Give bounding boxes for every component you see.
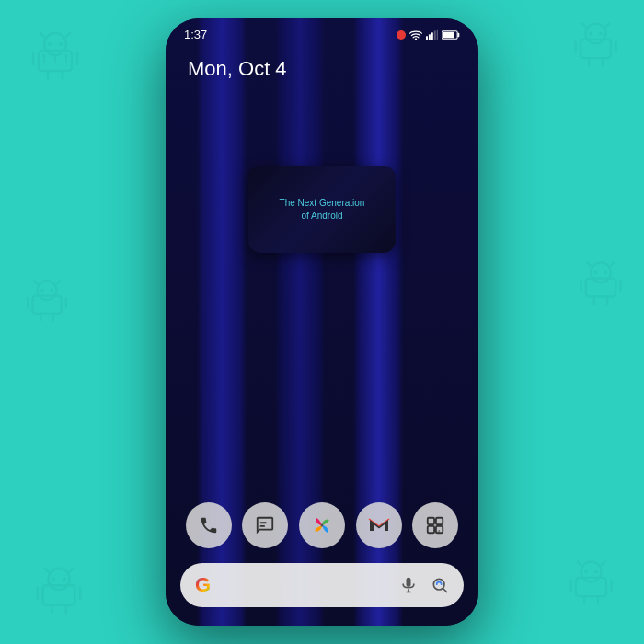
battery-icon xyxy=(442,29,460,40)
video-line2: of Android xyxy=(301,211,342,221)
svg-point-59 xyxy=(604,270,608,274)
wifi-icon xyxy=(409,29,422,40)
svg-point-58 xyxy=(594,270,598,274)
svg-rect-69 xyxy=(434,30,436,40)
svg-line-16 xyxy=(582,24,586,28)
search-bar[interactable]: G xyxy=(180,563,464,607)
messages-dock-icon[interactable] xyxy=(242,502,288,548)
svg-point-25 xyxy=(48,569,69,590)
svg-line-2 xyxy=(66,33,70,37)
svg-point-65 xyxy=(415,38,417,40)
svg-point-3 xyxy=(48,42,52,46)
svg-point-15 xyxy=(586,24,606,44)
date-display: Mon, Oct 4 xyxy=(166,46,478,92)
status-time: 1:37 xyxy=(184,28,207,41)
svg-rect-5 xyxy=(39,51,72,71)
svg-rect-74 xyxy=(260,522,267,523)
video-widget[interactable]: The Next Generation of Android xyxy=(248,166,396,253)
svg-line-36 xyxy=(578,562,581,566)
video-text: The Next Generation of Android xyxy=(272,190,373,230)
svg-text:4: 4 xyxy=(437,529,440,535)
svg-rect-66 xyxy=(426,36,428,40)
svg-point-49 xyxy=(50,289,52,292)
svg-rect-80 xyxy=(428,526,434,533)
svg-rect-83 xyxy=(407,578,411,587)
svg-rect-40 xyxy=(576,578,606,596)
svg-rect-30 xyxy=(43,585,75,604)
svg-point-45 xyxy=(38,281,57,300)
svg-rect-67 xyxy=(429,34,431,40)
svg-line-37 xyxy=(602,562,605,566)
svg-line-1 xyxy=(40,33,44,37)
svg-point-38 xyxy=(584,570,588,574)
svg-point-13 xyxy=(43,54,46,57)
svg-line-26 xyxy=(45,569,49,572)
svg-point-39 xyxy=(594,570,598,574)
phone-dock-icon[interactable] xyxy=(186,502,232,548)
home-screen-space xyxy=(166,253,478,493)
svg-rect-72 xyxy=(458,32,460,36)
pinwheel-dock-icon[interactable] xyxy=(299,502,345,548)
svg-point-55 xyxy=(591,262,611,282)
video-line1: The Next Generation xyxy=(280,198,365,208)
svg-rect-50 xyxy=(32,296,61,314)
svg-rect-68 xyxy=(431,32,433,40)
svg-line-57 xyxy=(611,262,615,266)
svg-line-17 xyxy=(606,24,610,28)
svg-point-14 xyxy=(65,54,68,57)
search-icons xyxy=(399,576,449,594)
svg-point-35 xyxy=(581,562,602,582)
svg-point-19 xyxy=(599,32,603,36)
svg-line-56 xyxy=(588,262,592,266)
svg-point-18 xyxy=(589,32,592,36)
svg-rect-70 xyxy=(437,29,438,39)
svg-point-0 xyxy=(44,33,66,55)
svg-line-87 xyxy=(443,589,447,592)
svg-rect-78 xyxy=(428,518,434,524)
svg-rect-75 xyxy=(260,525,266,527)
svg-point-4 xyxy=(59,42,63,46)
overview-dock-icon[interactable]: 4 xyxy=(412,502,458,548)
status-icons xyxy=(397,29,460,40)
status-bar: 1:37 xyxy=(166,18,478,46)
signal-icon xyxy=(426,29,438,40)
svg-rect-79 xyxy=(436,518,443,524)
phone-device: 1:37 xyxy=(166,18,478,626)
dock: 4 xyxy=(166,493,478,558)
svg-point-28 xyxy=(52,577,55,581)
video-widget-inner: The Next Generation of Android xyxy=(248,166,396,253)
gmail-dock-icon[interactable] xyxy=(356,502,402,548)
svg-point-76 xyxy=(320,524,323,527)
svg-rect-73 xyxy=(443,31,454,37)
record-icon xyxy=(397,30,406,40)
svg-rect-20 xyxy=(581,40,611,58)
svg-line-46 xyxy=(34,281,37,283)
mic-icon[interactable] xyxy=(399,576,418,594)
svg-line-27 xyxy=(70,569,74,572)
google-logo: G xyxy=(195,573,211,597)
lens-icon[interactable] xyxy=(431,576,449,594)
svg-line-47 xyxy=(56,281,59,283)
svg-point-29 xyxy=(63,577,66,581)
svg-rect-60 xyxy=(586,279,615,297)
svg-point-48 xyxy=(40,289,43,292)
